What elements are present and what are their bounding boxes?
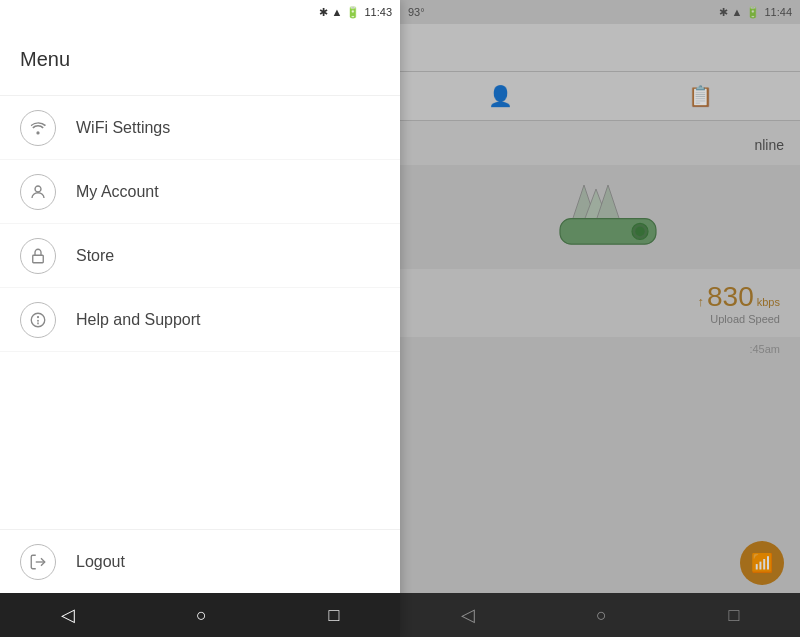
- right-online-text: nline: [754, 137, 784, 153]
- svg-rect-13: [37, 322, 39, 324]
- menu-home-nav-button[interactable]: ○: [196, 605, 207, 626]
- menu-back-nav-button[interactable]: ◁: [61, 604, 75, 626]
- menu-item-my-account[interactable]: My Account: [0, 160, 400, 224]
- right-home-nav: ○: [596, 605, 607, 626]
- right-tab-2: 📋: [600, 72, 800, 120]
- menu-panel: ✱ ▲ 🔋 11:43 Menu WiFi Settings My A: [0, 0, 400, 637]
- svg-point-11: [37, 315, 39, 317]
- menu-bottom-nav: ◁ ○ □: [0, 593, 400, 637]
- right-back-nav: ◁: [461, 604, 475, 626]
- right-status-bar: 93° ✱ ▲ 🔋 11:44: [400, 0, 800, 24]
- right-upload-value: 830: [707, 281, 754, 313]
- svg-point-12: [37, 319, 39, 321]
- right-panel: 93° ✱ ▲ 🔋 11:44 👤 📋 nline: [400, 0, 800, 637]
- svg-point-8: [35, 186, 41, 192]
- right-router-illustration: [520, 177, 680, 257]
- right-upload-arrow-icon: ↑: [698, 294, 705, 309]
- svg-rect-9: [33, 255, 44, 263]
- right-upload-label: Upload Speed: [698, 313, 780, 325]
- right-status-section: nline: [400, 121, 800, 165]
- menu-bt-icon: ✱: [319, 6, 328, 19]
- right-tabs: 👤 📋: [400, 72, 800, 121]
- logout-label: Logout: [76, 553, 125, 571]
- menu-item-store[interactable]: Store: [0, 224, 400, 288]
- right-upload-unit: kbps: [757, 296, 780, 308]
- menu-item-wifi-settings[interactable]: WiFi Settings: [0, 96, 400, 160]
- menu-status-bar: ✱ ▲ 🔋 11:43: [0, 0, 400, 24]
- logout-icon: [20, 544, 56, 580]
- wifi-settings-icon: [20, 110, 56, 146]
- menu-recents-nav-button[interactable]: □: [328, 605, 339, 626]
- right-status-right: ✱ ▲ 🔋 11:44: [719, 6, 792, 19]
- right-time: 11:44: [764, 6, 792, 18]
- right-wifi-icon: ▲: [732, 6, 743, 18]
- right-tab-calendar-icon: 📋: [688, 84, 713, 108]
- menu-header: Menu: [0, 24, 400, 96]
- right-upload-speed: ↑ 830 kbps Upload Speed: [698, 281, 780, 325]
- menu-logout-button[interactable]: Logout: [0, 529, 400, 593]
- store-icon: [20, 238, 56, 274]
- menu-overlay: ✱ ▲ 🔋 11:43 Menu WiFi Settings My A: [0, 0, 400, 637]
- right-app-bar: [400, 24, 800, 72]
- help-support-icon: [20, 302, 56, 338]
- right-temp: 93°: [408, 6, 425, 18]
- right-fab: 📶: [740, 541, 784, 585]
- right-last-checked: :45am: [400, 337, 800, 361]
- right-tab-1: 👤: [400, 72, 600, 120]
- right-tab-person-icon: 👤: [488, 84, 513, 108]
- store-label: Store: [76, 247, 114, 265]
- menu-title: Menu: [20, 48, 70, 71]
- right-fab-icon: 📶: [751, 552, 773, 574]
- svg-point-20: [635, 227, 645, 237]
- menu-battery-icon: 🔋: [346, 6, 360, 19]
- menu-items-list: WiFi Settings My Account Store Help and …: [0, 96, 400, 529]
- menu-status-right: ✱ ▲ 🔋 11:43: [319, 6, 392, 19]
- right-battery-icon: 🔋: [746, 6, 760, 19]
- my-account-icon: [20, 174, 56, 210]
- right-recents-nav: □: [728, 605, 739, 626]
- menu-item-help-support[interactable]: Help and Support: [0, 288, 400, 352]
- right-main-content: nline ↑ 830 kbps Upload Speed: [400, 121, 800, 593]
- help-support-label: Help and Support: [76, 311, 201, 329]
- menu-wifi-icon: ▲: [332, 6, 343, 18]
- right-speed-section: ↑ 830 kbps Upload Speed: [400, 269, 800, 337]
- my-account-label: My Account: [76, 183, 159, 201]
- menu-time: 11:43: [364, 6, 392, 18]
- right-bt-icon: ✱: [719, 6, 728, 19]
- wifi-settings-label: WiFi Settings: [76, 119, 170, 137]
- right-bottom-nav: ◁ ○ □: [400, 593, 800, 637]
